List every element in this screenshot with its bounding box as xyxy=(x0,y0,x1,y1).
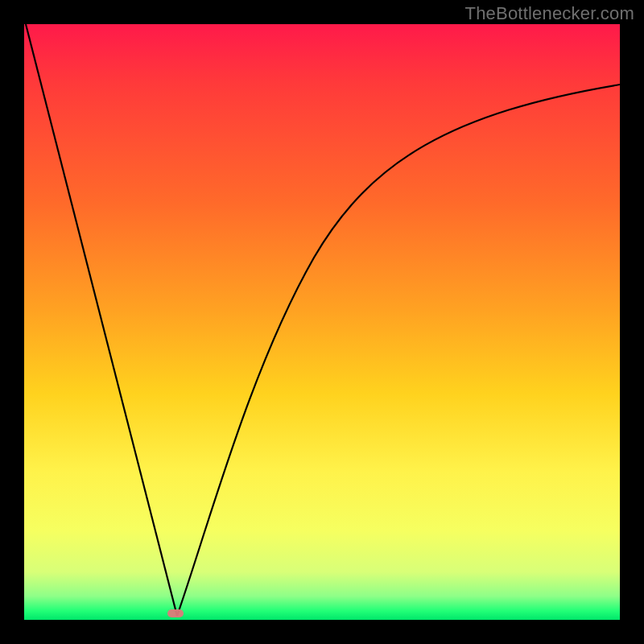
curve-left-branch xyxy=(26,24,177,616)
bottleneck-curve xyxy=(24,24,620,620)
curve-right-branch xyxy=(177,85,620,616)
optimal-marker xyxy=(167,609,184,617)
plot-area xyxy=(24,24,620,620)
watermark-text: TheBottlenecker.com xyxy=(465,3,634,24)
chart-frame: TheBottlenecker.com xyxy=(0,0,644,644)
